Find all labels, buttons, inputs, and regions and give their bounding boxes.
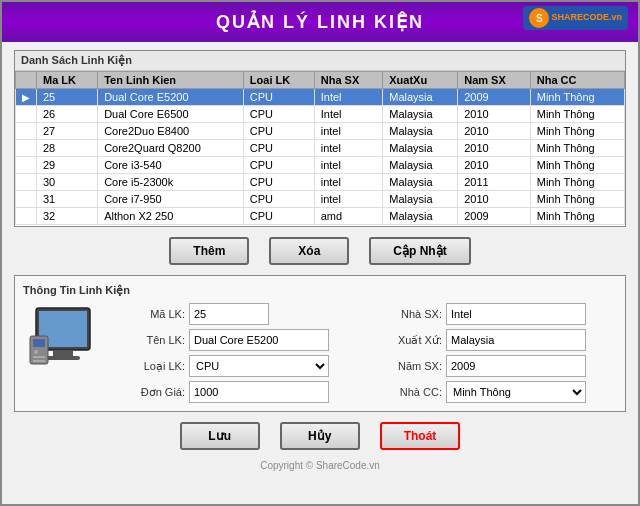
table-cell: Malaysia [383, 89, 458, 106]
don-gia-input[interactable] [189, 381, 329, 403]
computer-icon [23, 303, 113, 383]
table-cell: Minh Thông [530, 140, 624, 157]
table-cell: intel [314, 140, 382, 157]
save-button[interactable]: Lưu [180, 422, 260, 450]
row-indicator [16, 191, 37, 208]
table-section: Danh Sách Linh Kiện Ma LK Ten Linh Kien … [14, 50, 626, 227]
data-table: Ma LK Ten Linh Kien Loai LK Nha SX XuatX… [15, 71, 625, 225]
ma-lk-input[interactable] [189, 303, 269, 325]
table-cell: CPU [243, 106, 314, 123]
main-window: QUẢN LÝ LINH KIỆN S SHARECODE.vn Danh Sá… [0, 0, 640, 506]
table-row[interactable]: 32Althon X2 250CPUamdMalaysia2009Minh Th… [16, 208, 625, 225]
table-cell: 2010 [458, 106, 531, 123]
table-cell: Core i5-2300k [98, 174, 244, 191]
table-cell: 25 [37, 89, 98, 106]
table-cell: Core i3-540 [98, 157, 244, 174]
col-nha-sx: Nha SX [314, 72, 382, 89]
table-row[interactable]: 29Core i3-540CPUintelMalaysia2010Minh Th… [16, 157, 625, 174]
xuat-xu-input[interactable] [446, 329, 586, 351]
table-cell: Dual Core E5200 [98, 89, 244, 106]
table-cell: intel [314, 191, 382, 208]
table-cell: Malaysia [383, 174, 458, 191]
table-body: ▶25Dual Core E5200CPUIntelMalaysia2009Mi… [16, 89, 625, 225]
ten-lk-input[interactable] [189, 329, 329, 351]
form-left: Mã LK: Tên LK: Loại LK: CPU RAM [123, 303, 360, 403]
table-cell: Minh Thông [530, 157, 624, 174]
svg-rect-7 [33, 356, 45, 358]
don-gia-label: Đơn Giá: [123, 386, 185, 399]
col-indicator [16, 72, 37, 89]
add-button[interactable]: Thêm [169, 237, 249, 265]
ma-lk-label: Mã LK: [123, 308, 185, 320]
table-cell: Malaysia [383, 208, 458, 225]
copyright: Copyright © ShareCode.vn [14, 458, 626, 473]
nha-cc-row: Nhà CC: Minh Thông [380, 381, 617, 403]
col-ma-lk: Ma LK [37, 72, 98, 89]
nha-sx-label: Nhà SX: [380, 308, 442, 320]
info-section: Thông Tin Linh Kiện [14, 275, 626, 412]
table-cell: 27 [37, 123, 98, 140]
table-row[interactable]: ▶25Dual Core E5200CPUIntelMalaysia2009Mi… [16, 89, 625, 106]
action-buttons-row: Thêm Xóa Cập Nhật [14, 233, 626, 269]
logo-text: SHARECODE.vn [551, 13, 622, 23]
don-gia-row: Đơn Giá: [123, 381, 360, 403]
col-ten-lk: Ten Linh Kien [98, 72, 244, 89]
logo-icon: S [529, 8, 549, 28]
col-nha-cc: Nha CC [530, 72, 624, 89]
table-cell: Core2Duo E8400 [98, 123, 244, 140]
table-cell: Intel [314, 106, 382, 123]
xuat-xu-label: Xuất Xứ: [380, 334, 442, 347]
table-cell: Malaysia [383, 123, 458, 140]
nam-sx-row: Năm SX: [380, 355, 617, 377]
ma-lk-row: Mã LK: [123, 303, 360, 325]
row-indicator [16, 123, 37, 140]
delete-button[interactable]: Xóa [269, 237, 349, 265]
col-xuat-xu: XuatXu [383, 72, 458, 89]
nam-sx-input[interactable] [446, 355, 586, 377]
table-cell: Minh Thông [530, 191, 624, 208]
table-row[interactable]: 31Core i7-950CPUintelMalaysia2010Minh Th… [16, 191, 625, 208]
row-indicator [16, 174, 37, 191]
table-row[interactable]: 28Core2Quard Q8200CPUintelMalaysia2010Mi… [16, 140, 625, 157]
table-cell: 32 [37, 208, 98, 225]
table-cell: Core2Quard Q8200 [98, 140, 244, 157]
svg-rect-3 [46, 356, 80, 360]
row-indicator [16, 106, 37, 123]
table-row[interactable]: 27Core2Duo E8400CPUintelMalaysia2010Minh… [16, 123, 625, 140]
table-scroll[interactable]: Ma LK Ten Linh Kien Loai LK Nha SX XuatX… [15, 71, 625, 226]
table-cell: amd [314, 208, 382, 225]
nha-cc-select[interactable]: Minh Thông [446, 381, 586, 403]
table-cell: Dual Core E6500 [98, 106, 244, 123]
logo: S SHARECODE.vn [523, 6, 628, 30]
nam-sx-label: Năm SX: [380, 360, 442, 372]
row-indicator [16, 208, 37, 225]
table-cell: 28 [37, 140, 98, 157]
form-right: Nhà SX: Xuất Xứ: Năm SX: Nhà CC: [380, 303, 617, 403]
bottom-buttons-row: Lưu Hủy Thoát [14, 418, 626, 452]
nha-sx-input[interactable] [446, 303, 586, 325]
row-indicator [16, 140, 37, 157]
table-cell: 2009 [458, 89, 531, 106]
table-cell: intel [314, 157, 382, 174]
table-cell: 2009 [458, 208, 531, 225]
table-cell: CPU [243, 191, 314, 208]
table-cell: 29 [37, 157, 98, 174]
svg-rect-5 [33, 339, 45, 347]
table-row[interactable]: 26Dual Core E6500CPUIntelMalaysia2010Min… [16, 106, 625, 123]
title-bar: QUẢN LÝ LINH KIỆN S SHARECODE.vn [2, 2, 638, 42]
table-cell: CPU [243, 174, 314, 191]
update-button[interactable]: Cập Nhật [369, 237, 470, 265]
form-grid: Mã LK: Tên LK: Loại LK: CPU RAM [123, 303, 617, 403]
table-cell: Malaysia [383, 140, 458, 157]
table-cell: Minh Thông [530, 208, 624, 225]
exit-button[interactable]: Thoát [380, 422, 461, 450]
table-cell: Malaysia [383, 157, 458, 174]
xuat-xu-row: Xuất Xứ: [380, 329, 617, 351]
table-cell: CPU [243, 89, 314, 106]
table-row[interactable]: 30Core i5-2300kCPUintelMalaysia2011Minh … [16, 174, 625, 191]
loai-lk-label: Loại LK: [123, 360, 185, 373]
loai-lk-select[interactable]: CPU RAM HDD GPU [189, 355, 329, 377]
info-title: Thông Tin Linh Kiện [23, 284, 617, 297]
table-cell: 2010 [458, 123, 531, 140]
cancel-button[interactable]: Hủy [280, 422, 360, 450]
